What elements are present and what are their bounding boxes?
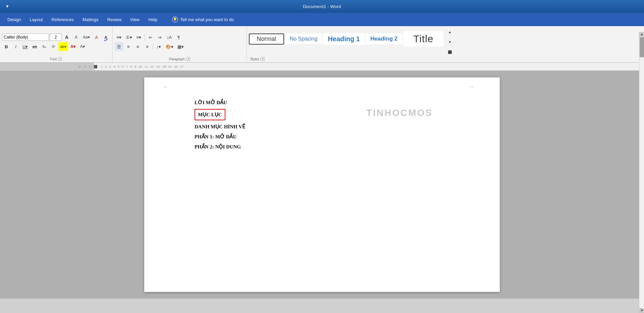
justify-btn[interactable]: ≡ bbox=[143, 42, 152, 51]
title-bar: ▼ Document1 - Word bbox=[0, 0, 644, 13]
bullets-btn[interactable]: ≡▾ bbox=[115, 33, 123, 42]
ruler: -3 · -2 · -1 · · 1 · 2 · 3 · 4 · 5 · 6 ·… bbox=[0, 63, 644, 71]
paragraph-group-label: Paragraph ↗ bbox=[115, 56, 245, 62]
style-heading2-preview: Heading 2 bbox=[370, 36, 397, 42]
show-marks-btn[interactable]: ¶ bbox=[174, 33, 183, 42]
scroll-down-btn[interactable]: ▼ bbox=[639, 308, 644, 313]
styles-expand[interactable]: ⬛ bbox=[445, 48, 454, 56]
styles-group-content: Normal No Spacing Heading 1 Heading 2 bbox=[249, 27, 642, 56]
ruler-left-margin: -3 · -2 · -1 · bbox=[0, 63, 94, 70]
shading-btn[interactable]: A▾ bbox=[78, 42, 87, 51]
increase-indent-btn[interactable]: ⇒ bbox=[156, 33, 164, 42]
style-normal-preview: Normal bbox=[257, 36, 276, 43]
font-group-expand[interactable]: ↗ bbox=[58, 57, 62, 61]
menu-design[interactable]: Design bbox=[3, 15, 25, 24]
multilevel-btn[interactable]: ≡▾ bbox=[135, 33, 143, 42]
style-nospacing-preview: No Spacing bbox=[290, 36, 318, 42]
numbering-btn[interactable]: ①▾ bbox=[124, 33, 134, 42]
italic-btn[interactable]: I bbox=[11, 42, 20, 51]
style-heading1-btn[interactable]: Heading 1 bbox=[323, 33, 365, 45]
decrease-indent-btn[interactable]: ⇐ bbox=[146, 33, 155, 42]
corner-mark-top-left: ⌐ bbox=[164, 84, 167, 89]
ruler-right-marker: ▽ bbox=[164, 65, 168, 68]
text-effects-btn[interactable]: A bbox=[102, 33, 110, 42]
scroll-track bbox=[639, 58, 644, 308]
style-title-btn[interactable]: Title bbox=[403, 31, 443, 47]
paragraph-group-expand[interactable]: ↗ bbox=[186, 57, 190, 61]
line-spacing-btn[interactable]: ↕▾ bbox=[155, 42, 163, 51]
ruler-main: · 1 · 2 · 3 · 4 · 5 · 6 · 7 · 8 · 9 · 10… bbox=[94, 63, 184, 70]
ribbon-main: Calibri (Body) 2 A A Aa▾ A A B I U▾ ab X… bbox=[0, 26, 644, 62]
menu-layout[interactable]: Layout bbox=[25, 15, 47, 24]
shading-para-btn[interactable]: 🎨▾ bbox=[164, 42, 175, 51]
font-size-decrease[interactable]: A bbox=[72, 33, 80, 42]
styles-scroll-down[interactable]: ▼ bbox=[445, 38, 454, 46]
bold-btn[interactable]: B bbox=[2, 42, 11, 51]
underline-btn[interactable]: U▾ bbox=[21, 42, 30, 51]
font-group: Calibri (Body) 2 A A Aa▾ A A B I U▾ ab X… bbox=[0, 26, 113, 62]
corner-mark-top-right: ¬ bbox=[470, 84, 473, 89]
doc-line-2: DANH MỤC HÌNH VẼ bbox=[195, 122, 473, 132]
font-color-btn[interactable]: A▾ bbox=[69, 42, 77, 51]
quick-access[interactable]: ▼ bbox=[5, 4, 9, 9]
watermark-text: TINHOCMOS bbox=[366, 108, 433, 118]
styles-group-label: Styles ↗ bbox=[249, 56, 642, 62]
scroll-thumb[interactable] bbox=[640, 37, 644, 57]
style-nospacing-btn[interactable]: No Spacing bbox=[285, 34, 322, 44]
styles-group-expand[interactable]: ↗ bbox=[261, 57, 265, 61]
doc-line-0: LỜI MỞ ĐẦU bbox=[195, 98, 473, 108]
scroll-up-btn[interactable]: ▲ bbox=[639, 32, 644, 37]
font-group-label: Font ↗ bbox=[2, 56, 110, 62]
paragraph-group-content: ≡▾ ①▾ ≡▾ ⇐ ⇒ ↕A ¶ ☰ ≡ ≡ ≡ bbox=[115, 27, 245, 56]
align-center-btn[interactable]: ≡ bbox=[124, 42, 133, 51]
style-heading2-btn[interactable]: Heading 2 bbox=[366, 34, 402, 44]
menu-mailings[interactable]: Mailings bbox=[78, 15, 103, 24]
ruler-tab-marker bbox=[94, 65, 97, 68]
menu-help[interactable]: Help bbox=[144, 15, 161, 24]
styles-scroll-up[interactable]: ▲ bbox=[445, 27, 454, 36]
style-normal-btn[interactable]: Normal bbox=[249, 34, 284, 45]
font-name-field[interactable]: Calibri (Body) bbox=[2, 34, 49, 41]
style-title-preview: Title bbox=[413, 33, 434, 45]
superscript-btn[interactable]: X² bbox=[49, 42, 58, 51]
style-heading1-preview: Heading 1 bbox=[328, 35, 360, 43]
doc-line-4: PHẦN 2: NỘI DUNG bbox=[195, 142, 473, 152]
text-highlight-btn[interactable]: ab▾ bbox=[58, 42, 68, 51]
ribbon: Calibri (Body) 2 A A Aa▾ A A B I U▾ ab X… bbox=[0, 26, 644, 63]
clear-format-btn[interactable]: A bbox=[92, 33, 101, 42]
vertical-scrollbar: ▲ ▼ bbox=[639, 32, 644, 313]
borders-btn[interactable]: ▦▾ bbox=[176, 42, 185, 51]
font-group-content: Calibri (Body) 2 A A Aa▾ A A B I U▾ ab X… bbox=[2, 27, 110, 56]
menu-references[interactable]: References bbox=[48, 15, 78, 24]
align-left-btn[interactable]: ☰ bbox=[115, 42, 123, 51]
menu-view[interactable]: View bbox=[126, 15, 144, 24]
menu-search-area: 💡 Tell me what you want to do bbox=[172, 16, 234, 22]
search-label: Tell me what you want to do bbox=[180, 17, 234, 22]
page-content: LỜI MỞ ĐẦU MỤC LỤC DANH MỤC HÌNH VẼ PHẦN… bbox=[195, 98, 473, 152]
lightbulb-icon: 💡 bbox=[172, 16, 178, 22]
align-right-btn[interactable]: ≡ bbox=[133, 42, 142, 51]
change-case-btn[interactable]: Aa▾ bbox=[81, 33, 92, 42]
doc-line-3: PHẦN 1: MỞ ĐẦU bbox=[195, 132, 473, 142]
strikethrough-btn[interactable]: ab bbox=[30, 42, 39, 51]
menu-review[interactable]: Review bbox=[103, 15, 126, 24]
font-size-field[interactable]: 2 bbox=[50, 34, 62, 41]
page: ⌐ ¬ TINHOCMOS LỜI MỞ ĐẦU MỤC LỤC DANH MỤ… bbox=[144, 77, 500, 292]
styles-group: Normal No Spacing Heading 1 Heading 2 bbox=[247, 26, 644, 62]
document-title: Document1 - Word bbox=[303, 4, 341, 9]
subscript-btn[interactable]: X₂ bbox=[40, 42, 48, 51]
menu-bar: Design Layout References Mailings Review… bbox=[0, 13, 644, 26]
document-area: ⌐ ¬ TINHOCMOS LỜI MỞ ĐẦU MỤC LỤC DANH MỤ… bbox=[0, 71, 644, 299]
font-size-increase[interactable]: A bbox=[62, 33, 71, 42]
sort-btn[interactable]: ↕A bbox=[165, 33, 174, 42]
paragraph-group: ≡▾ ①▾ ≡▾ ⇐ ⇒ ↕A ¶ ☰ ≡ ≡ ≡ bbox=[113, 26, 247, 62]
